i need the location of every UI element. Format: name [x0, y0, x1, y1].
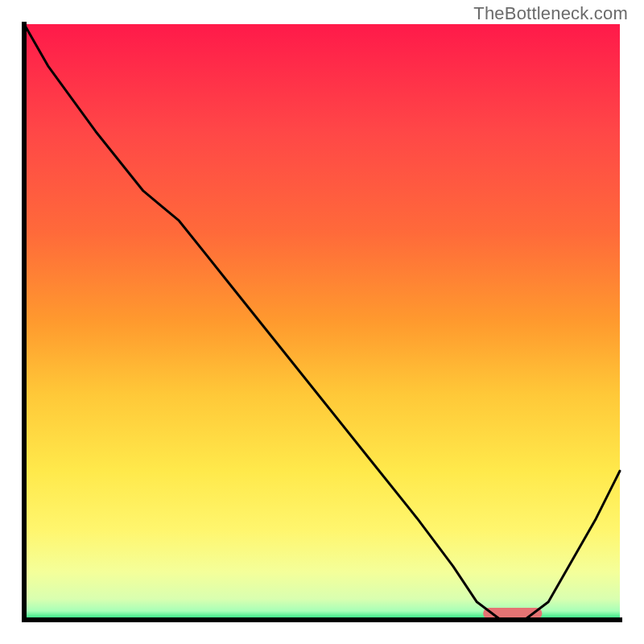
bottleneck-chart [0, 0, 644, 644]
chart-frame: TheBottleneck.com [0, 0, 644, 644]
plot-background [24, 24, 620, 620]
